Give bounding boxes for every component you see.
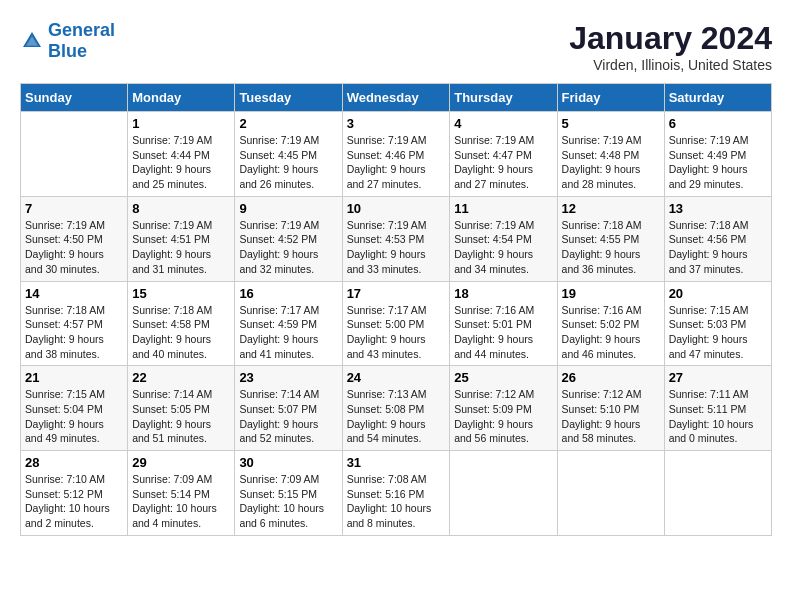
day-number: 25 [454, 370, 552, 385]
day-number: 27 [669, 370, 767, 385]
day-info: Sunrise: 7:18 AMSunset: 4:56 PMDaylight:… [669, 218, 767, 277]
calendar-cell: 22Sunrise: 7:14 AMSunset: 5:05 PMDayligh… [128, 366, 235, 451]
day-number: 5 [562, 116, 660, 131]
day-info: Sunrise: 7:19 AMSunset: 4:49 PMDaylight:… [669, 133, 767, 192]
calendar-cell: 11Sunrise: 7:19 AMSunset: 4:54 PMDayligh… [450, 196, 557, 281]
title-area: January 2024 Virden, Illinois, United St… [569, 20, 772, 73]
calendar-cell: 14Sunrise: 7:18 AMSunset: 4:57 PMDayligh… [21, 281, 128, 366]
day-number: 1 [132, 116, 230, 131]
day-info: Sunrise: 7:16 AMSunset: 5:01 PMDaylight:… [454, 303, 552, 362]
calendar-cell: 8Sunrise: 7:19 AMSunset: 4:51 PMDaylight… [128, 196, 235, 281]
day-number: 4 [454, 116, 552, 131]
calendar-cell [21, 112, 128, 197]
calendar-cell: 18Sunrise: 7:16 AMSunset: 5:01 PMDayligh… [450, 281, 557, 366]
day-number: 24 [347, 370, 446, 385]
day-info: Sunrise: 7:14 AMSunset: 5:07 PMDaylight:… [239, 387, 337, 446]
calendar-cell: 4Sunrise: 7:19 AMSunset: 4:47 PMDaylight… [450, 112, 557, 197]
day-info: Sunrise: 7:09 AMSunset: 5:15 PMDaylight:… [239, 472, 337, 531]
calendar-cell: 29Sunrise: 7:09 AMSunset: 5:14 PMDayligh… [128, 451, 235, 536]
calendar-cell: 27Sunrise: 7:11 AMSunset: 5:11 PMDayligh… [664, 366, 771, 451]
day-info: Sunrise: 7:15 AMSunset: 5:04 PMDaylight:… [25, 387, 123, 446]
header: General Blue January 2024 Virden, Illino… [20, 20, 772, 73]
day-info: Sunrise: 7:19 AMSunset: 4:44 PMDaylight:… [132, 133, 230, 192]
day-info: Sunrise: 7:15 AMSunset: 5:03 PMDaylight:… [669, 303, 767, 362]
day-number: 6 [669, 116, 767, 131]
day-number: 2 [239, 116, 337, 131]
calendar-table: SundayMondayTuesdayWednesdayThursdayFrid… [20, 83, 772, 536]
day-info: Sunrise: 7:18 AMSunset: 4:57 PMDaylight:… [25, 303, 123, 362]
day-info: Sunrise: 7:18 AMSunset: 4:58 PMDaylight:… [132, 303, 230, 362]
day-info: Sunrise: 7:19 AMSunset: 4:50 PMDaylight:… [25, 218, 123, 277]
day-number: 28 [25, 455, 123, 470]
day-info: Sunrise: 7:19 AMSunset: 4:51 PMDaylight:… [132, 218, 230, 277]
day-info: Sunrise: 7:19 AMSunset: 4:46 PMDaylight:… [347, 133, 446, 192]
calendar-cell: 13Sunrise: 7:18 AMSunset: 4:56 PMDayligh… [664, 196, 771, 281]
day-info: Sunrise: 7:19 AMSunset: 4:54 PMDaylight:… [454, 218, 552, 277]
day-info: Sunrise: 7:10 AMSunset: 5:12 PMDaylight:… [25, 472, 123, 531]
calendar-week-row: 21Sunrise: 7:15 AMSunset: 5:04 PMDayligh… [21, 366, 772, 451]
subtitle: Virden, Illinois, United States [569, 57, 772, 73]
calendar-day-header: Saturday [664, 84, 771, 112]
calendar-cell [557, 451, 664, 536]
day-number: 7 [25, 201, 123, 216]
logo: General Blue [20, 20, 115, 62]
calendar-day-header: Monday [128, 84, 235, 112]
logo-icon [20, 29, 44, 53]
day-info: Sunrise: 7:19 AMSunset: 4:52 PMDaylight:… [239, 218, 337, 277]
calendar-cell: 24Sunrise: 7:13 AMSunset: 5:08 PMDayligh… [342, 366, 450, 451]
calendar-cell: 2Sunrise: 7:19 AMSunset: 4:45 PMDaylight… [235, 112, 342, 197]
day-number: 16 [239, 286, 337, 301]
calendar-week-row: 7Sunrise: 7:19 AMSunset: 4:50 PMDaylight… [21, 196, 772, 281]
calendar-cell: 6Sunrise: 7:19 AMSunset: 4:49 PMDaylight… [664, 112, 771, 197]
day-number: 26 [562, 370, 660, 385]
calendar-cell: 28Sunrise: 7:10 AMSunset: 5:12 PMDayligh… [21, 451, 128, 536]
day-number: 17 [347, 286, 446, 301]
calendar-cell: 10Sunrise: 7:19 AMSunset: 4:53 PMDayligh… [342, 196, 450, 281]
day-info: Sunrise: 7:13 AMSunset: 5:08 PMDaylight:… [347, 387, 446, 446]
day-info: Sunrise: 7:18 AMSunset: 4:55 PMDaylight:… [562, 218, 660, 277]
day-info: Sunrise: 7:11 AMSunset: 5:11 PMDaylight:… [669, 387, 767, 446]
calendar-cell: 25Sunrise: 7:12 AMSunset: 5:09 PMDayligh… [450, 366, 557, 451]
calendar-cell: 30Sunrise: 7:09 AMSunset: 5:15 PMDayligh… [235, 451, 342, 536]
calendar-cell: 7Sunrise: 7:19 AMSunset: 4:50 PMDaylight… [21, 196, 128, 281]
day-number: 14 [25, 286, 123, 301]
day-number: 10 [347, 201, 446, 216]
day-number: 3 [347, 116, 446, 131]
calendar-day-header: Tuesday [235, 84, 342, 112]
day-number: 30 [239, 455, 337, 470]
day-info: Sunrise: 7:19 AMSunset: 4:47 PMDaylight:… [454, 133, 552, 192]
logo-general: General [48, 20, 115, 40]
calendar-cell: 21Sunrise: 7:15 AMSunset: 5:04 PMDayligh… [21, 366, 128, 451]
calendar-cell: 12Sunrise: 7:18 AMSunset: 4:55 PMDayligh… [557, 196, 664, 281]
calendar-header-row: SundayMondayTuesdayWednesdayThursdayFrid… [21, 84, 772, 112]
calendar-cell: 3Sunrise: 7:19 AMSunset: 4:46 PMDaylight… [342, 112, 450, 197]
day-number: 15 [132, 286, 230, 301]
day-info: Sunrise: 7:08 AMSunset: 5:16 PMDaylight:… [347, 472, 446, 531]
calendar-week-row: 1Sunrise: 7:19 AMSunset: 4:44 PMDaylight… [21, 112, 772, 197]
calendar-cell: 26Sunrise: 7:12 AMSunset: 5:10 PMDayligh… [557, 366, 664, 451]
calendar-cell: 16Sunrise: 7:17 AMSunset: 4:59 PMDayligh… [235, 281, 342, 366]
calendar-cell [450, 451, 557, 536]
calendar-cell: 20Sunrise: 7:15 AMSunset: 5:03 PMDayligh… [664, 281, 771, 366]
calendar-cell: 5Sunrise: 7:19 AMSunset: 4:48 PMDaylight… [557, 112, 664, 197]
day-info: Sunrise: 7:14 AMSunset: 5:05 PMDaylight:… [132, 387, 230, 446]
calendar-cell: 1Sunrise: 7:19 AMSunset: 4:44 PMDaylight… [128, 112, 235, 197]
main-title: January 2024 [569, 20, 772, 57]
day-info: Sunrise: 7:19 AMSunset: 4:53 PMDaylight:… [347, 218, 446, 277]
calendar-week-row: 28Sunrise: 7:10 AMSunset: 5:12 PMDayligh… [21, 451, 772, 536]
calendar-day-header: Sunday [21, 84, 128, 112]
day-info: Sunrise: 7:17 AMSunset: 5:00 PMDaylight:… [347, 303, 446, 362]
calendar-week-row: 14Sunrise: 7:18 AMSunset: 4:57 PMDayligh… [21, 281, 772, 366]
day-number: 29 [132, 455, 230, 470]
calendar-day-header: Wednesday [342, 84, 450, 112]
day-number: 19 [562, 286, 660, 301]
day-number: 13 [669, 201, 767, 216]
calendar-cell: 31Sunrise: 7:08 AMSunset: 5:16 PMDayligh… [342, 451, 450, 536]
day-info: Sunrise: 7:16 AMSunset: 5:02 PMDaylight:… [562, 303, 660, 362]
day-number: 8 [132, 201, 230, 216]
day-number: 12 [562, 201, 660, 216]
day-info: Sunrise: 7:09 AMSunset: 5:14 PMDaylight:… [132, 472, 230, 531]
logo-text: General Blue [48, 20, 115, 62]
calendar-cell: 23Sunrise: 7:14 AMSunset: 5:07 PMDayligh… [235, 366, 342, 451]
day-number: 9 [239, 201, 337, 216]
